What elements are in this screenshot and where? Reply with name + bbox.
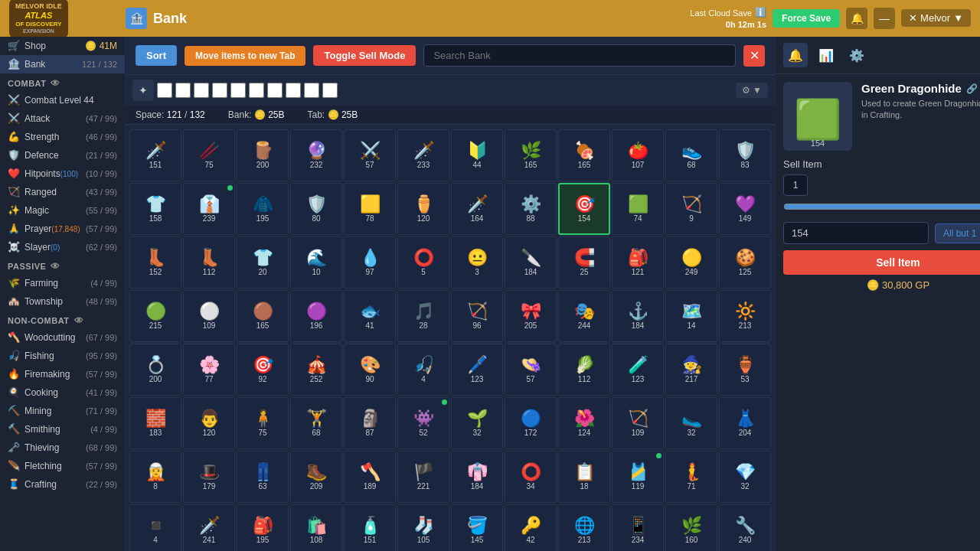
sell-number-input[interactable] <box>783 222 929 244</box>
bank-item-94[interactable]: 🌿160 <box>665 504 717 551</box>
search-close-button[interactable]: ✕ <box>743 45 765 67</box>
panel-tab-bell[interactable]: 🔔 <box>783 43 808 67</box>
bank-item-64[interactable]: 🗿87 <box>344 397 396 449</box>
passive-visibility-toggle[interactable]: 👁 <box>51 261 60 272</box>
bank-item-11[interactable]: 🛡️83 <box>719 129 771 181</box>
tab-checkbox-4[interactable] <box>212 83 227 98</box>
bank-item-42[interactable]: 🏹96 <box>451 290 503 342</box>
sidebar-item-hitpoints[interactable]: ❤️Hitpoints(100) (10 / 99) <box>0 165 125 183</box>
sell-quantity-slider[interactable] <box>783 201 980 213</box>
bank-item-70[interactable]: 🥿32 <box>665 397 717 449</box>
bank-item-10[interactable]: 👟68 <box>665 129 717 181</box>
bank-item-26[interactable]: 👕20 <box>237 236 289 289</box>
combat-visibility-toggle[interactable]: 👁 <box>51 78 60 89</box>
sidebar-item-attack[interactable]: ⚔️Attack (47 / 99) <box>0 109 125 128</box>
bank-item-69[interactable]: 🏹109 <box>612 397 664 449</box>
bank-item-19[interactable]: ⚙️88 <box>505 183 557 235</box>
bank-item-43[interactable]: 🎀205 <box>505 290 557 342</box>
sidebar-item-township[interactable]: 🏘️Township (48 / 99) <box>0 292 125 311</box>
bank-item-71[interactable]: 👗204 <box>719 397 771 449</box>
bank-item-28[interactable]: 💧97 <box>344 236 396 289</box>
bank-item-51[interactable]: 🎪252 <box>290 344 342 396</box>
bank-item-85[interactable]: 🗡️241 <box>183 504 235 551</box>
bank-item-57[interactable]: 🧪123 <box>612 344 664 396</box>
sidebar-item-shop[interactable]: 🛒 Shop 🪙 41M <box>0 37 125 55</box>
sidebar-item-slayer[interactable]: ☠️Slayer(0) (62 / 99) <box>0 238 125 256</box>
panel-tab-gear[interactable]: ⚙️ <box>844 43 869 67</box>
bank-item-79[interactable]: ⭕34 <box>505 451 557 503</box>
bank-item-84[interactable]: ◾4 <box>129 504 181 551</box>
sidebar-item-crafting[interactable]: 🧵Crafting (22 / 99) <box>0 475 125 494</box>
tab-checkbox-2[interactable] <box>175 83 191 98</box>
bank-item-9[interactable]: 🍅107 <box>612 129 664 181</box>
bank-item-78[interactable]: 👘184 <box>451 451 503 503</box>
bank-item-30[interactable]: 😐3 <box>451 236 503 289</box>
sidebar-item-ranged[interactable]: 🏹Ranged (43 / 99) <box>0 183 125 201</box>
bank-item-53[interactable]: 🎣4 <box>397 344 449 396</box>
bank-item-14[interactable]: 🧥195 <box>237 183 289 235</box>
bank-item-75[interactable]: 🥾209 <box>290 451 342 503</box>
tab-checkbox-10[interactable] <box>322 83 338 98</box>
bank-item-21[interactable]: 🟩74 <box>612 183 664 235</box>
tab-checkbox-5[interactable] <box>230 83 246 98</box>
bank-item-18[interactable]: 🗡️164 <box>451 183 503 235</box>
bank-item-77[interactable]: 🏴221 <box>397 451 449 503</box>
sidebar-item-fishing[interactable]: 🎣Fishing (95 / 99) <box>0 347 125 365</box>
bank-item-88[interactable]: 🧴151 <box>344 504 396 551</box>
bank-item-50[interactable]: 🎯92 <box>237 344 289 396</box>
bank-item-23[interactable]: 💜149 <box>719 183 771 235</box>
bank-item-15[interactable]: 🛡️80 <box>290 183 342 235</box>
bank-item-74[interactable]: 👖63 <box>237 451 289 503</box>
tab-settings-button[interactable]: ⚙ ▼ <box>736 83 768 98</box>
bank-item-31[interactable]: 🔪184 <box>505 236 557 289</box>
bank-item-82[interactable]: 🧜71 <box>665 451 717 503</box>
bank-item-2[interactable]: 🪵200 <box>237 129 289 181</box>
bank-item-7[interactable]: 🌿165 <box>505 129 557 181</box>
bank-item-29[interactable]: ⭕5 <box>397 236 449 289</box>
bank-item-39[interactable]: 🟣196 <box>290 290 342 342</box>
bank-item-89[interactable]: 🧦105 <box>397 504 449 551</box>
bank-item-32[interactable]: 🧲25 <box>558 236 610 289</box>
sidebar-item-strength[interactable]: 💪Strength (46 / 99) <box>0 128 125 146</box>
sidebar-item-farming[interactable]: 🌾Farming (4 / 99) <box>0 274 125 292</box>
bank-item-34[interactable]: 🟡249 <box>665 236 717 289</box>
sidebar-item-firemaking[interactable]: 🔥Firemaking (57 / 99) <box>0 365 125 383</box>
sidebar-item-combat-level[interactable]: ⚔️ Combat Level 44 <box>0 91 125 109</box>
bank-item-65[interactable]: 👾52 <box>397 397 449 449</box>
bank-item-67[interactable]: 🔵172 <box>505 397 557 449</box>
bank-item-0[interactable]: 🗡️151 <box>129 129 181 181</box>
bank-item-66[interactable]: 🌱32 <box>451 397 503 449</box>
sidebar-item-cooking[interactable]: 🍳Cooking (41 / 99) <box>0 383 125 402</box>
tab-checkbox-3[interactable] <box>194 83 209 98</box>
sell-item-button[interactable]: Sell Item <box>783 250 980 275</box>
bank-item-86[interactable]: 🎒195 <box>237 504 289 551</box>
bank-item-49[interactable]: 🌸77 <box>183 344 235 396</box>
bank-item-48[interactable]: 💍200 <box>129 344 181 396</box>
bank-item-8[interactable]: 🍖165 <box>558 129 610 181</box>
bank-item-35[interactable]: 🍪125 <box>719 236 771 289</box>
bank-item-93[interactable]: 📱234 <box>612 504 664 551</box>
bank-item-55[interactable]: 👒57 <box>505 344 557 396</box>
move-tab-button[interactable]: Move items to new Tab <box>185 46 305 66</box>
bank-item-72[interactable]: 🧝8 <box>129 451 181 503</box>
bank-item-68[interactable]: 🌺124 <box>558 397 610 449</box>
bank-item-6[interactable]: 🔰44 <box>451 129 503 181</box>
bank-item-60[interactable]: 🧱183 <box>129 397 181 449</box>
sidebar-item-woodcutting[interactable]: 🪓Woodcutting (67 / 99) <box>0 328 125 347</box>
bank-item-20[interactable]: 🎯154 <box>558 183 610 235</box>
sidebar-item-mining[interactable]: ⛏️Mining (71 / 99) <box>0 402 125 420</box>
bank-item-44[interactable]: 🎭244 <box>558 290 610 342</box>
bank-item-33[interactable]: 🎒121 <box>612 236 664 289</box>
sidebar-item-magic[interactable]: ✨Magic (55 / 99) <box>0 201 125 220</box>
bank-item-45[interactable]: ⚓184 <box>612 290 664 342</box>
bank-item-24[interactable]: 👢152 <box>129 236 181 289</box>
bank-item-95[interactable]: 🔧240 <box>719 504 771 551</box>
bank-item-1[interactable]: 🥢75 <box>183 129 235 181</box>
bank-item-47[interactable]: 🔆213 <box>719 290 771 342</box>
toggle-sell-button[interactable]: Toggle Sell Mode <box>313 45 416 66</box>
bank-item-52[interactable]: 🎨90 <box>344 344 396 396</box>
tab-checkbox-9[interactable] <box>304 83 319 98</box>
bank-item-56[interactable]: 🥬112 <box>558 344 610 396</box>
bank-item-41[interactable]: 🎵28 <box>397 290 449 342</box>
bank-item-36[interactable]: 🟢215 <box>129 290 181 342</box>
